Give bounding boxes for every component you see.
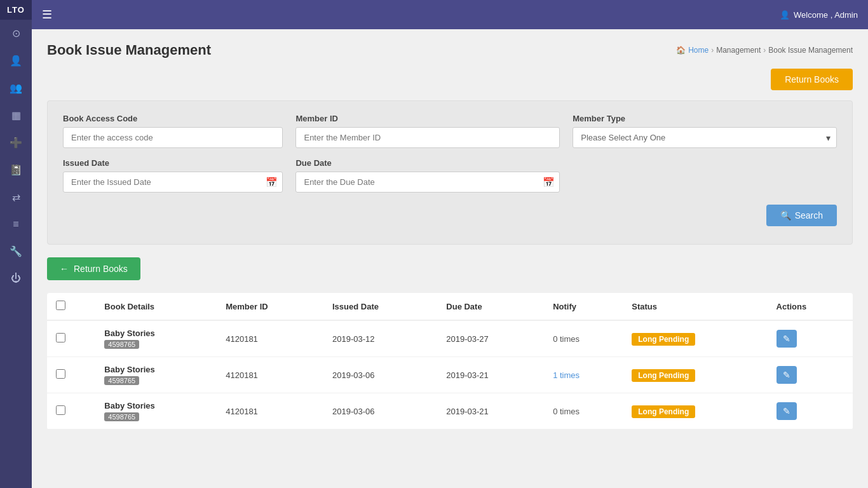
breadcrumb-home-link[interactable]: Home bbox=[688, 46, 709, 55]
app-logo: LTO bbox=[0, 0, 32, 20]
filter-icon[interactable]: ⇄ bbox=[0, 184, 32, 211]
search-label: Search bbox=[795, 210, 823, 220]
table-row: Baby Stories 4598765 4120181 2019-03-06 … bbox=[47, 357, 853, 393]
table-body: Baby Stories 4598765 4120181 2019-03-12 … bbox=[47, 320, 853, 430]
row-status-1: Long Pending bbox=[623, 357, 767, 393]
book-icon[interactable]: 📓 bbox=[0, 156, 32, 184]
row-actions-2: ✎ bbox=[768, 393, 853, 430]
breadcrumb: 🏠 Home › Management › Book Issue Managem… bbox=[676, 46, 853, 55]
breadcrumb-sep1: › bbox=[711, 46, 714, 55]
breadcrumb-sep2: › bbox=[763, 46, 766, 55]
search-button[interactable]: 🔍 Search bbox=[766, 205, 837, 226]
row-book-details-2: Baby Stories 4598765 bbox=[95, 393, 217, 430]
topnav-user: 👤 Welcome , Admin bbox=[780, 10, 858, 20]
row-issued-date-0: 2019-03-12 bbox=[323, 320, 437, 357]
edit-button-0[interactable]: ✎ bbox=[776, 330, 797, 348]
edit-button-2[interactable]: ✎ bbox=[776, 402, 797, 420]
content-area: Book Issue Management 🏠 Home › Managemen… bbox=[32, 29, 868, 488]
row-status-2: Long Pending bbox=[623, 393, 767, 430]
main-wrap: ☰ 👤 Welcome , Admin Book Issue Managemen… bbox=[32, 0, 868, 488]
status-badge-1: Long Pending bbox=[632, 369, 695, 382]
member-id-label: Member ID bbox=[295, 114, 560, 123]
issued-date-input-wrap: 📅 bbox=[63, 172, 283, 193]
welcome-text: Welcome , Admin bbox=[794, 10, 858, 20]
hamburger-icon[interactable]: ☰ bbox=[42, 8, 52, 22]
row-book-details-0: Baby Stories 4598765 bbox=[95, 320, 217, 357]
return-books-top-button[interactable]: Return Books bbox=[771, 69, 853, 90]
member-type-group: Member Type Please Select Any One bbox=[573, 114, 837, 148]
row-member-id-1: 4120181 bbox=[217, 357, 323, 393]
row-notify-1: 1 times bbox=[544, 357, 623, 393]
book-title-2: Baby Stories bbox=[104, 401, 208, 410]
row-checkbox-2 bbox=[47, 393, 95, 430]
edit-button-1[interactable]: ✎ bbox=[776, 366, 797, 384]
row-checkbox-input-2[interactable] bbox=[56, 405, 65, 415]
return-books-green-label: Return Books bbox=[74, 264, 128, 274]
return-books-top-label: Return Books bbox=[785, 74, 839, 85]
member-id-group: Member ID bbox=[295, 114, 560, 148]
table-row: Baby Stories 4598765 4120181 2019-03-06 … bbox=[47, 393, 853, 430]
book-code-1: 4598765 bbox=[104, 376, 139, 385]
row-checkbox-input-0[interactable] bbox=[56, 333, 65, 342]
add-user-icon[interactable]: ➕ bbox=[0, 129, 32, 156]
page-header: Book Issue Management 🏠 Home › Managemen… bbox=[47, 42, 853, 58]
due-date-group: Due Date 📅 bbox=[295, 158, 560, 194]
row-notify-0: 0 times bbox=[544, 320, 623, 357]
status-badge-2: Long Pending bbox=[632, 405, 695, 418]
due-date-calendar-icon[interactable]: 📅 bbox=[543, 177, 555, 188]
member-type-label: Member Type bbox=[573, 114, 837, 123]
due-date-input-wrap: 📅 bbox=[295, 172, 560, 193]
book-code-0: 4598765 bbox=[104, 340, 139, 349]
row-checkbox-0 bbox=[47, 320, 95, 357]
topnav: ☰ 👤 Welcome , Admin bbox=[32, 0, 868, 29]
group-icon[interactable]: 👥 bbox=[0, 74, 32, 102]
book-code-2: 4598765 bbox=[104, 412, 139, 421]
row-due-date-0: 2019-03-27 bbox=[437, 320, 544, 357]
row-due-date-1: 2019-03-21 bbox=[437, 357, 544, 393]
table-row: Baby Stories 4598765 4120181 2019-03-12 … bbox=[47, 320, 853, 357]
grid-icon[interactable]: ▦ bbox=[0, 102, 32, 129]
row-issued-date-1: 2019-03-06 bbox=[323, 357, 437, 393]
row-member-id-0: 4120181 bbox=[217, 320, 323, 357]
table-wrap: Book Details Member ID Issued Date Due D… bbox=[47, 293, 853, 430]
search-icon: 🔍 bbox=[780, 210, 791, 220]
access-code-input[interactable] bbox=[63, 127, 283, 148]
row-checkbox-input-1[interactable] bbox=[56, 369, 65, 379]
row-book-details-1: Baby Stories 4598765 bbox=[95, 357, 217, 393]
filter-actions: 🔍 Search bbox=[63, 205, 837, 226]
row-actions-0: ✎ bbox=[768, 320, 853, 357]
row-notify-2: 0 times bbox=[544, 393, 623, 430]
breadcrumb-current: Book Issue Management bbox=[768, 46, 853, 55]
filter-row-1: Book Access Code Member ID Member Type P… bbox=[63, 114, 837, 148]
access-code-label: Book Access Code bbox=[63, 114, 283, 123]
col-actions: Actions bbox=[768, 293, 853, 320]
wrench-icon[interactable]: 🔧 bbox=[0, 238, 32, 265]
return-books-green-button[interactable]: ← Return Books bbox=[47, 257, 140, 280]
row-checkbox-1 bbox=[47, 357, 95, 393]
table-header-row: Book Details Member ID Issued Date Due D… bbox=[47, 293, 853, 320]
power-icon[interactable]: ⏻ bbox=[0, 265, 32, 292]
row-member-id-2: 4120181 bbox=[217, 393, 323, 430]
due-date-label: Due Date bbox=[295, 158, 560, 168]
col-member-id: Member ID bbox=[217, 293, 323, 320]
col-status: Status bbox=[623, 293, 767, 320]
dashboard-icon[interactable]: ⊙ bbox=[0, 20, 32, 47]
book-title-0: Baby Stories bbox=[104, 329, 208, 338]
col-notify: Notify bbox=[544, 293, 623, 320]
select-all-checkbox[interactable] bbox=[56, 301, 65, 310]
due-date-input[interactable] bbox=[295, 172, 560, 193]
issued-date-group: Issued Date 📅 bbox=[63, 158, 283, 194]
member-id-input[interactable] bbox=[295, 127, 560, 148]
filter-panel: Book Access Code Member ID Member Type P… bbox=[47, 100, 853, 245]
user-icon: 👤 bbox=[780, 10, 790, 20]
issued-date-input[interactable] bbox=[63, 172, 283, 193]
member-type-select[interactable]: Please Select Any One bbox=[573, 127, 837, 148]
row-actions-1: ✎ bbox=[768, 357, 853, 393]
breadcrumb-home-icon: 🏠 bbox=[676, 46, 686, 55]
issued-date-calendar-icon[interactable]: 📅 bbox=[266, 177, 278, 188]
member-type-select-wrap: Please Select Any One bbox=[573, 127, 837, 148]
topnav-left: ☰ bbox=[42, 8, 52, 22]
users-icon[interactable]: 👤 bbox=[0, 47, 32, 74]
col-due-date: Due Date bbox=[437, 293, 544, 320]
list-icon[interactable]: ≡ bbox=[0, 211, 32, 238]
